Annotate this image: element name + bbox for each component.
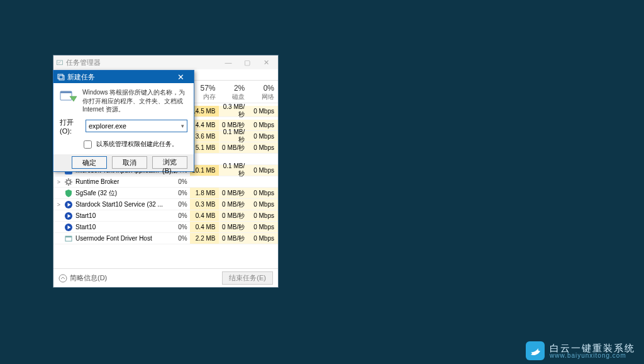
task-manager-footer: 简略信息(D) 结束任务(E) <box>53 268 278 287</box>
run-program-icon <box>60 88 77 106</box>
table-row[interactable]: >Stardock Start10 Service (32 ...0%0.3 M… <box>53 199 278 210</box>
ok-button[interactable]: 确定 <box>72 156 107 169</box>
run-title-icon <box>57 73 65 81</box>
disk-cell: 0.1 MB/秒 <box>219 131 248 142</box>
process-name-cell: >Stardock Start10 Service (32 ...0% <box>53 200 190 209</box>
watermark-en: www.baiyunxitong.com <box>550 353 635 359</box>
process-name: SgSafe (32 位) <box>75 189 117 198</box>
process-name-cell: Start100% <box>53 223 190 232</box>
process-name: Usermode Font Driver Host <box>75 235 152 242</box>
process-name: Stardock Start10 Service (32 ... <box>75 201 163 208</box>
run-description-row: Windows 将根据你所键入的名称，为你打开相应的程序、文件夹、文档或 Int… <box>60 88 187 114</box>
net-cell: 0 Mbps <box>248 120 278 130</box>
watermark-cn: 白云一键重装系统 <box>550 343 635 353</box>
watermark-bird-icon <box>526 341 545 360</box>
mem-cell: 0.4 MB <box>190 210 219 221</box>
table-row[interactable]: Start100%0.4 MB0 MB/秒0 Mbps <box>53 210 278 222</box>
chevron-up-icon <box>58 274 67 283</box>
task-manager-titlebar[interactable]: 任务管理器 — ▢ ✕ <box>53 55 278 69</box>
run-dialog: 新建任务 ✕ Windows 将根据你所键入的名称，为你打开相应的程序、文件夹、… <box>53 70 194 172</box>
run-open-row: 打开(O): ▾ <box>60 118 187 135</box>
fewer-details-button[interactable]: 简略信息(D) <box>58 273 107 283</box>
open-label: 打开(O): <box>60 118 83 135</box>
watermark: 白云一键重装系统 www.baiyunxitong.com <box>526 341 635 360</box>
run-close-button[interactable]: ✕ <box>171 71 190 83</box>
col-disk[interactable]: 2% 磁盘 <box>219 81 249 103</box>
cpu-cell: 0% <box>172 178 190 185</box>
net-cell: 0 Mbps <box>248 131 278 142</box>
process-name-cell: SgSafe (32 位)0% <box>53 189 190 198</box>
mem-cell <box>190 176 219 187</box>
expand-icon[interactable]: > <box>56 202 62 208</box>
disk-cell: 0 MB/秒 <box>219 222 248 232</box>
disk-cell: 0.1 MB/秒 <box>219 165 248 176</box>
table-row[interactable]: Usermode Font Driver Host0%2.2 MB0 MB/秒0… <box>53 233 278 244</box>
process-name-cell: >Runtime Broker0% <box>53 178 190 186</box>
disk-cell: 0 MB/秒 <box>219 199 248 210</box>
shield-icon <box>64 189 73 198</box>
fewer-details-label: 简略信息(D) <box>70 273 107 283</box>
table-row[interactable]: SgSafe (32 位)0%1.8 MB0 MB/秒0 Mbps <box>53 188 278 199</box>
disk-cell: 0 MB/秒 <box>219 188 248 198</box>
disk-cell: 0.3 MB/秒 <box>219 106 248 117</box>
svg-point-6 <box>67 180 70 184</box>
disk-cell: 0 MB/秒 <box>219 142 248 153</box>
table-row[interactable]: >Runtime Broker0% <box>53 176 278 188</box>
disk-cell <box>219 176 248 187</box>
svg-point-12 <box>59 275 67 282</box>
net-cell <box>248 154 278 164</box>
admin-checkbox[interactable] <box>84 140 92 149</box>
dropdown-icon[interactable]: ▾ <box>178 123 187 129</box>
svg-rect-14 <box>59 76 64 80</box>
run-buttons-row: 确定 取消 浏览(B)... <box>53 154 194 172</box>
cpu-cell: 0% <box>172 235 190 242</box>
mem-cell: 2.2 MB <box>190 233 219 244</box>
start10-icon <box>64 212 73 220</box>
cancel-button[interactable]: 取消 <box>112 156 147 169</box>
table-row[interactable]: Start100%0.4 MB0 MB/秒0 Mbps <box>53 222 278 233</box>
net-cell: 0 Mbps <box>248 165 278 176</box>
col-network[interactable]: 0% 网络 <box>248 81 278 103</box>
admin-checkbox-label: 以系统管理权限创建此任务。 <box>96 140 178 149</box>
end-task-button[interactable]: 结束任务(E) <box>222 271 273 285</box>
admin-checkbox-row: 以系统管理权限创建此任务。 <box>60 139 187 151</box>
process-name-cell: Usermode Font Driver Host0% <box>53 234 190 243</box>
mem-cell: 0.4 MB <box>190 222 219 232</box>
maximize-button[interactable]: ▢ <box>238 56 257 69</box>
run-titlebar[interactable]: 新建任务 ✕ <box>53 71 194 83</box>
net-cell: 0 Mbps <box>248 188 278 198</box>
cpu-cell: 0% <box>172 190 190 196</box>
process-name: Runtime Broker <box>75 178 119 185</box>
task-manager-icon <box>56 59 64 66</box>
process-name: Start10 <box>75 212 96 219</box>
mem-cell: 0.3 MB <box>190 199 219 210</box>
mem-cell: 1.8 MB <box>190 188 219 198</box>
open-combobox[interactable]: ▾ <box>86 120 187 132</box>
close-button[interactable]: ✕ <box>257 56 275 69</box>
disk-cell: 0 MB/秒 <box>219 233 248 244</box>
svg-rect-11 <box>65 236 72 237</box>
cpu-cell: 0% <box>172 224 190 230</box>
net-cell <box>248 176 278 187</box>
window-icon <box>64 234 73 243</box>
cpu-cell: 0% <box>172 201 190 208</box>
browse-button[interactable]: 浏览(B)... <box>152 156 187 169</box>
open-input[interactable] <box>86 120 178 132</box>
process-name-cell: Start100% <box>53 212 190 220</box>
start10-icon <box>64 223 73 232</box>
net-cell: 0 Mbps <box>248 222 278 232</box>
svg-rect-13 <box>58 74 63 79</box>
cpu-cell: 0% <box>172 212 190 219</box>
minimize-button[interactable]: — <box>219 56 238 69</box>
process-name: Start10 <box>75 224 96 230</box>
run-title: 新建任务 <box>67 72 171 82</box>
expand-icon[interactable]: > <box>56 179 62 185</box>
start10-icon <box>64 200 73 209</box>
net-cell: 0 Mbps <box>248 233 278 244</box>
run-description-text: Windows 将根据你所键入的名称，为你打开相应的程序、文件夹、文档或 Int… <box>82 88 187 114</box>
net-cell: 0 Mbps <box>248 199 278 210</box>
gear-icon <box>64 178 73 186</box>
net-cell: 0 Mbps <box>248 142 278 153</box>
net-cell: 0 Mbps <box>248 210 278 221</box>
task-manager-title: 任务管理器 <box>66 58 219 67</box>
